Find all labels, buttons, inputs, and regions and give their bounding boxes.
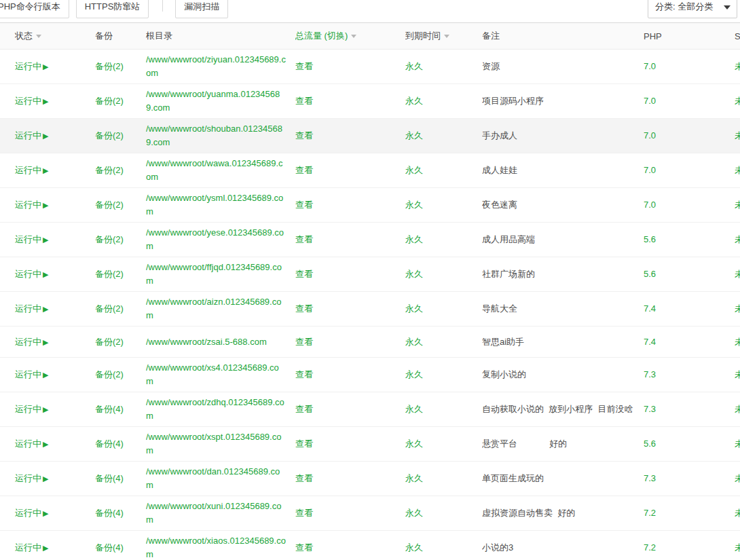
site-status[interactable]: 运行中▶ xyxy=(15,404,48,414)
site-note[interactable]: 手办成人 xyxy=(482,130,517,141)
site-note[interactable]: 小说的3 xyxy=(482,542,513,553)
site-root-path[interactable]: /www/wwwroot/shouban.012345689.com xyxy=(146,122,286,149)
php-version[interactable]: 5.6 xyxy=(644,438,656,449)
site-status[interactable]: 运行中▶ xyxy=(15,61,48,71)
backup-link[interactable]: 备份(2) xyxy=(95,269,124,279)
php-cli-version-button[interactable]: PHP命令行版本 xyxy=(0,0,69,18)
site-note[interactable]: 悬赏平台 好的 xyxy=(482,438,567,449)
backup-link[interactable]: 备份(2) xyxy=(95,303,124,314)
https-anti-hijack-button[interactable]: HTTPS防窜站 xyxy=(76,0,149,18)
site-root-path[interactable]: /www/wwwroot/ysml.012345689.com xyxy=(146,191,286,219)
site-status[interactable]: 运行中▶ xyxy=(15,234,48,244)
ssl-status[interactable]: 未部署 xyxy=(735,369,740,379)
php-version[interactable]: 7.2 xyxy=(644,508,656,518)
traffic-view-link[interactable]: 查看 xyxy=(295,234,313,244)
site-note[interactable]: 夜色迷离 xyxy=(482,200,517,210)
traffic-view-link[interactable]: 查看 xyxy=(295,96,313,106)
column-status[interactable]: 状态 xyxy=(0,23,95,50)
sort-arrow-icon[interactable] xyxy=(36,35,41,38)
expire-date[interactable]: 永久 xyxy=(405,337,423,347)
backup-link[interactable]: 备份(4) xyxy=(95,508,124,518)
ssl-status[interactable]: 未部署 xyxy=(735,165,740,175)
expire-date[interactable]: 永久 xyxy=(405,404,423,414)
site-status[interactable]: 运行中▶ xyxy=(15,303,48,314)
site-root-path[interactable]: /www/wwwroot/xspt.012345689.com xyxy=(146,430,286,458)
site-note[interactable]: 单页面生成玩的 xyxy=(482,473,544,483)
backup-link[interactable]: 备份(2) xyxy=(95,234,124,244)
column-traffic[interactable]: 总流量 (切换) xyxy=(295,23,405,50)
site-note[interactable]: 复制小说的 xyxy=(482,369,526,379)
ssl-status[interactable]: 未部署 xyxy=(735,508,740,518)
php-version[interactable]: 5.6 xyxy=(644,234,656,244)
backup-link[interactable]: 备份(4) xyxy=(95,473,124,483)
expire-date[interactable]: 永久 xyxy=(405,369,423,379)
site-status[interactable]: 运行中▶ xyxy=(15,130,48,141)
backup-link[interactable]: 备份(2) xyxy=(95,200,124,210)
traffic-view-link[interactable]: 查看 xyxy=(295,130,313,141)
site-root-path[interactable]: /www/wwwroot/ffjqd.012345689.com xyxy=(146,261,286,288)
traffic-view-link[interactable]: 查看 xyxy=(295,542,313,553)
site-root-path[interactable]: /www/wwwroot/yese.012345689.com xyxy=(146,226,286,253)
php-version[interactable]: 7.0 xyxy=(644,96,656,106)
traffic-view-link[interactable]: 查看 xyxy=(295,508,313,518)
expire-date[interactable]: 永久 xyxy=(405,96,423,106)
column-traffic-label[interactable]: 总流量 (切换) xyxy=(295,31,348,41)
site-status[interactable]: 运行中▶ xyxy=(15,200,48,210)
backup-link[interactable]: 备份(2) xyxy=(95,130,124,141)
ssl-status[interactable]: 未部署 xyxy=(735,269,740,279)
site-note[interactable]: 资源 xyxy=(482,61,500,71)
site-root-path[interactable]: /www/wwwroot/yuanma.012345689.com xyxy=(146,88,286,115)
ssl-status[interactable]: 未部署 xyxy=(735,234,740,244)
site-root-path[interactable]: /www/wwwroot/zdhq.012345689.com xyxy=(146,396,286,423)
site-status[interactable]: 运行中▶ xyxy=(15,438,48,449)
expire-date[interactable]: 永久 xyxy=(405,200,423,210)
expire-date[interactable]: 永久 xyxy=(405,234,423,244)
site-status[interactable]: 运行中▶ xyxy=(15,337,48,347)
traffic-view-link[interactable]: 查看 xyxy=(295,303,313,314)
site-root-path[interactable]: /www/wwwroot/aizn.012345689.com xyxy=(146,295,286,322)
expire-date[interactable]: 永久 xyxy=(405,269,423,279)
expire-date[interactable]: 永久 xyxy=(405,303,423,314)
php-version[interactable]: 7.3 xyxy=(644,369,656,379)
expire-date[interactable]: 永久 xyxy=(405,508,423,518)
expire-date[interactable]: 永久 xyxy=(405,542,423,553)
site-status[interactable]: 运行中▶ xyxy=(15,369,48,379)
php-version[interactable]: 7.2 xyxy=(644,542,656,553)
backup-link[interactable]: 备份(4) xyxy=(95,438,124,449)
category-dropdown[interactable]: 分类: 全部分类 xyxy=(648,0,737,18)
site-root-path[interactable]: /www/wwwroot/xiaos.012345689.com xyxy=(146,534,286,560)
site-note[interactable]: 自动获取小说的 放到小程序 目前没啥 xyxy=(482,404,633,414)
backup-link[interactable]: 备份(4) xyxy=(95,404,124,414)
php-version[interactable]: 7.4 xyxy=(644,337,656,347)
traffic-view-link[interactable]: 查看 xyxy=(295,438,313,449)
site-note[interactable]: 成人娃娃 xyxy=(482,165,517,175)
expire-date[interactable]: 永久 xyxy=(405,130,423,141)
php-version[interactable]: 7.4 xyxy=(644,303,656,314)
ssl-status[interactable]: 未部署 xyxy=(735,200,740,210)
php-version[interactable]: 7.3 xyxy=(644,404,656,414)
site-status[interactable]: 运行中▶ xyxy=(15,542,48,553)
sort-arrow-icon[interactable] xyxy=(444,35,449,38)
ssl-status[interactable]: 未部署 xyxy=(735,96,740,106)
traffic-view-link[interactable]: 查看 xyxy=(295,165,313,175)
traffic-view-link[interactable]: 查看 xyxy=(295,269,313,279)
site-status[interactable]: 运行中▶ xyxy=(15,473,48,483)
sort-arrow-icon[interactable] xyxy=(351,35,356,38)
php-version[interactable]: 7.0 xyxy=(644,130,656,141)
site-status[interactable]: 运行中▶ xyxy=(15,508,48,518)
ssl-status[interactable]: 未部署 xyxy=(735,61,740,71)
site-note[interactable]: 智思ai助手 xyxy=(482,337,524,347)
backup-link[interactable]: 备份(2) xyxy=(95,165,124,175)
traffic-view-link[interactable]: 查看 xyxy=(295,61,313,71)
column-expire[interactable]: 到期时间 xyxy=(405,23,482,50)
site-status[interactable]: 运行中▶ xyxy=(15,269,48,279)
backup-link[interactable]: 备份(2) xyxy=(95,369,124,379)
backup-link[interactable]: 备份(2) xyxy=(95,96,124,106)
php-version[interactable]: 7.0 xyxy=(644,165,656,175)
traffic-view-link[interactable]: 查看 xyxy=(295,473,313,483)
site-root-path[interactable]: /www/wwwroot/wawa.012345689.com xyxy=(146,157,286,184)
site-note[interactable]: 虚拟资源自动售卖 好的 xyxy=(482,508,575,518)
traffic-view-link[interactable]: 查看 xyxy=(295,337,313,347)
php-version[interactable]: 7.0 xyxy=(644,200,656,210)
ssl-status[interactable]: 未部署 xyxy=(735,438,740,449)
